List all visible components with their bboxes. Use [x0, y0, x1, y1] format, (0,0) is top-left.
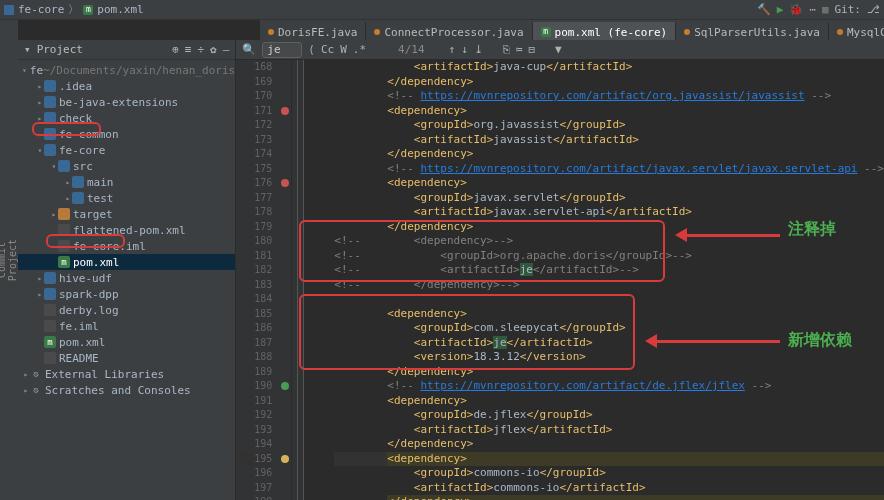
tree-item-scratches-and-consoles[interactable]: ▸⎋Scratches and Consoles [18, 382, 235, 398]
down-icon[interactable]: ↓ [461, 43, 468, 56]
code-line[interactable]: <version>18.3.12</version> [334, 350, 884, 365]
line-number[interactable]: 172 [236, 118, 272, 133]
line-number[interactable]: 178 [236, 205, 272, 220]
tree-arrow-icon[interactable]: ▾ [50, 162, 58, 171]
line-number[interactable]: 196 [236, 466, 272, 481]
code-line[interactable]: <artifactId>commons-io</artifactId> [334, 481, 884, 496]
code-line[interactable]: <dependency> [334, 452, 884, 467]
search-input[interactable] [267, 43, 297, 56]
line-number[interactable]: 193 [236, 423, 272, 438]
tab-connectprocessor-java[interactable]: ConnectProcessor.java [366, 22, 532, 42]
line-number[interactable]: 188 [236, 350, 272, 365]
code-line[interactable]: <!-- https://mvnrepository.com/artifact/… [334, 379, 884, 394]
settings-icon[interactable]: ✿ [210, 43, 217, 56]
pin-icon[interactable]: ⎘ [503, 43, 510, 56]
tree-arrow-icon[interactable]: ▸ [36, 98, 44, 107]
regex2-icon[interactable]: .* [353, 43, 366, 56]
line-number[interactable]: 169 [236, 75, 272, 90]
line-number[interactable]: 197 [236, 481, 272, 496]
search-input-box[interactable] [262, 42, 302, 58]
tree-arrow-icon[interactable]: ▾ [36, 146, 44, 155]
tree-item-src[interactable]: ▾src [18, 158, 235, 174]
line-number[interactable]: 176 [236, 176, 272, 191]
tree-item-fe[interactable]: ▾fe ~/Documents/yaxin/henan_doris/doris-… [18, 62, 235, 78]
tree-item-fe-iml[interactable]: fe.iml [18, 318, 235, 334]
line-number[interactable]: 189 [236, 365, 272, 380]
line-number[interactable]: 180 [236, 234, 272, 249]
code-line[interactable]: <groupId>commons-io</groupId> [334, 466, 884, 481]
code-line[interactable]: <artifactId>javassist</artifactId> [334, 133, 884, 148]
code-line[interactable]: <dependency> [334, 104, 884, 119]
tree-item-fe-core[interactable]: ▾fe-core [18, 142, 235, 158]
more-run-icon[interactable]: ⋯ [809, 3, 816, 16]
expand-icon[interactable]: ≡ [185, 43, 192, 56]
code-line[interactable]: </dependency> [334, 365, 884, 380]
tree-arrow-icon[interactable]: ▸ [36, 82, 44, 91]
line-number[interactable]: 191 [236, 394, 272, 409]
tree-arrow-icon[interactable]: ▸ [22, 386, 30, 395]
line-number[interactable]: 183 [236, 278, 272, 293]
select-all-icon[interactable]: ⤓ [474, 43, 483, 56]
build-icon[interactable]: 🔨 [757, 3, 771, 16]
code-line[interactable]: <dependency> [334, 176, 884, 191]
tree-arrow-icon[interactable]: ▸ [36, 290, 44, 299]
line-number[interactable]: 184 [236, 292, 272, 307]
tree-arrow-icon[interactable]: ▸ [36, 130, 44, 139]
gutter-commit[interactable]: Commit [0, 236, 7, 284]
line-number[interactable]: 192 [236, 408, 272, 423]
line-number[interactable]: 171 [236, 104, 272, 119]
tree-item-spark-dpp[interactable]: ▸spark-dpp [18, 286, 235, 302]
tab-pom-xml--fe-core-[interactable]: mpom.xml (fe-core) [533, 22, 677, 42]
code-line[interactable] [334, 292, 884, 307]
code-line[interactable]: </dependency> [334, 75, 884, 90]
line-number[interactable]: 186 [236, 321, 272, 336]
code-line[interactable]: <!-- <groupId>org.apache.doris</groupId>… [334, 249, 884, 264]
prev-occ-icon[interactable]: ⟨ [308, 43, 315, 56]
code-line[interactable]: <!-- https://mvnrepository.com/artifact/… [334, 162, 884, 177]
tab-mysqlconnectprocessor-java[interactable]: MysqlConnectProcessor.java [829, 22, 884, 42]
code-line[interactable]: <groupId>javax.servlet</groupId> [334, 191, 884, 206]
tree-arrow-icon[interactable]: ▸ [50, 210, 58, 219]
code-line[interactable]: <artifactId>javax.servlet-api</artifactI… [334, 205, 884, 220]
line-number[interactable]: 187 [236, 336, 272, 351]
tree-item-fe-common[interactable]: ▸fe-common [18, 126, 235, 142]
tree-item-external-libraries[interactable]: ▸⎋External Libraries [18, 366, 235, 382]
gutter-mark-red[interactable] [281, 107, 289, 115]
tree-arrow-icon[interactable]: ▸ [22, 370, 30, 379]
gutter-mark-green[interactable] [281, 382, 289, 390]
tree-item-be-java-extensions[interactable]: ▸be-java-extensions [18, 94, 235, 110]
tab-dorisfe-java[interactable]: DorisFE.java [260, 22, 366, 42]
line-number[interactable]: 190 [236, 379, 272, 394]
tree-item-readme[interactable]: README [18, 350, 235, 366]
code-content[interactable]: <artifactId>java-cup</artifactId> </depe… [304, 60, 884, 500]
line-number[interactable]: 198 [236, 495, 272, 500]
tree-item-check[interactable]: ▸check [18, 110, 235, 126]
fold-column[interactable] [292, 60, 304, 500]
tree-arrow-icon[interactable]: ▸ [36, 114, 44, 123]
line-number[interactable]: 175 [236, 162, 272, 177]
filter2-icon[interactable]: ⊟ [528, 43, 535, 56]
breadcrumb-module[interactable]: fe-core [18, 3, 64, 16]
debug-icon[interactable]: 🐞 [789, 3, 803, 16]
tree-item-pom-xml[interactable]: mpom.xml [18, 334, 235, 350]
tree-item-flattened-pom-xml[interactable]: flattened-pom.xml [18, 222, 235, 238]
tree-item-main[interactable]: ▸main [18, 174, 235, 190]
word-icon[interactable]: W [340, 43, 347, 56]
search-icon[interactable]: 🔍 [242, 43, 256, 56]
line-number[interactable]: 181 [236, 249, 272, 264]
line-number[interactable]: 174 [236, 147, 272, 162]
git-branch-icon[interactable]: ⎇ [867, 3, 880, 16]
code-line[interactable]: <artifactId>java-cup</artifactId> [334, 60, 884, 75]
tree-item--idea[interactable]: ▸.idea [18, 78, 235, 94]
code-line[interactable]: <!-- </dependency>--> [334, 278, 884, 293]
tab-sqlparserutils-java[interactable]: SqlParserUtils.java [676, 22, 829, 42]
hide-icon[interactable]: — [223, 43, 230, 56]
line-number[interactable]: 185 [236, 307, 272, 322]
code-line[interactable]: <!-- <artifactId>je</artifactId>--> [334, 263, 884, 278]
run-icon[interactable]: ▶ [777, 3, 784, 16]
code-line[interactable]: <!-- https://mvnrepository.com/artifact/… [334, 89, 884, 104]
line-number[interactable]: 194 [236, 437, 272, 452]
tree-arrow-icon[interactable]: ▸ [64, 178, 72, 187]
breadcrumb-file[interactable]: pom.xml [97, 3, 143, 16]
code-line[interactable]: <dependency> [334, 394, 884, 409]
